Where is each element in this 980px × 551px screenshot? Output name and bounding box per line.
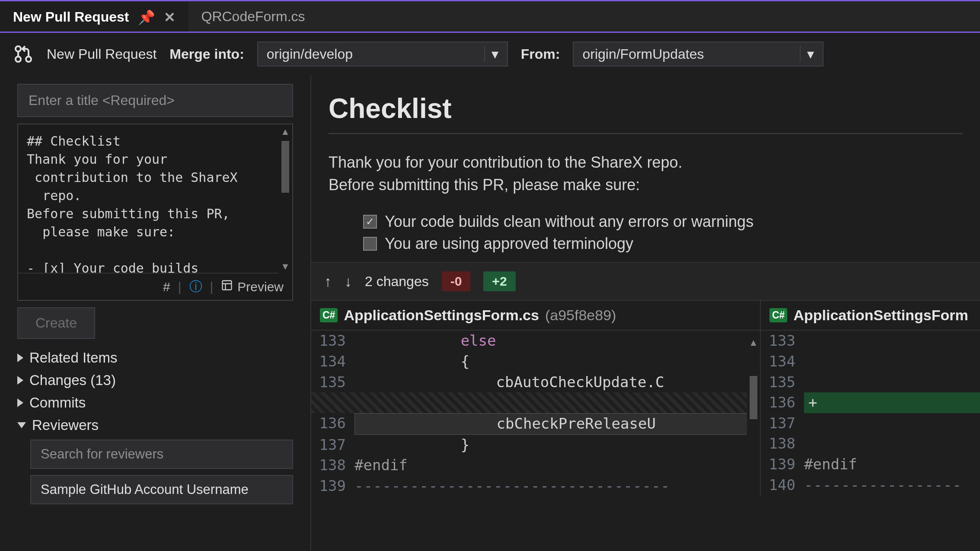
diff-right-column: C# ApplicationSettingsForm 133134135136+… [761, 301, 980, 496]
line-number: 135 [761, 372, 804, 393]
tree-label: Changes (13) [29, 372, 116, 389]
tree-changes[interactable]: Changes (13) [17, 372, 293, 389]
code-line[interactable]: 138#endif [311, 455, 760, 476]
preview-region: Checklist Thank you for your contributio… [311, 75, 980, 262]
file-header-right: C# ApplicationSettingsForm [761, 301, 980, 331]
svg-rect-3 [223, 281, 232, 290]
reviewer-item[interactable]: Sample GitHub Account Username [30, 475, 293, 504]
checkbox-icon[interactable]: ✓ [363, 215, 377, 229]
check-item: ✓ Your code builds clean without any err… [363, 209, 963, 234]
line-number: 134 [311, 351, 354, 372]
chevron-right-icon [17, 354, 23, 362]
code-line[interactable]: 139---------------------------------- [311, 476, 760, 497]
code-line[interactable]: 138 [761, 433, 980, 454]
code-line[interactable]: 140----------------- [761, 475, 980, 496]
line-content: { [354, 351, 760, 372]
code-line[interactable]: 137 [761, 413, 980, 434]
scrollbar[interactable]: ▲ [747, 335, 760, 496]
create-button[interactable]: Create [17, 307, 95, 339]
tree-reviewers[interactable]: Reviewers [17, 417, 293, 433]
code-line[interactable]: 134 { [311, 351, 760, 372]
title-input[interactable]: Enter a title <Required> [17, 84, 293, 117]
line-number: 137 [311, 435, 354, 455]
pin-icon[interactable]: 📌 [138, 9, 155, 25]
file-name: ApplicationSettingsForm [793, 307, 968, 324]
svg-point-1 [16, 57, 21, 62]
tree-label: Reviewers [32, 417, 99, 433]
line-content: + [804, 392, 980, 413]
description-footer: # | ⓘ | Preview [18, 273, 292, 300]
code-line[interactable]: 133 else [311, 331, 760, 351]
scroll-thumb[interactable] [281, 141, 289, 193]
chevron-down-icon: ▾ [484, 46, 498, 62]
preview-toggle[interactable]: Preview [221, 279, 284, 294]
chevron-right-icon [17, 376, 23, 385]
svg-point-0 [16, 46, 21, 51]
code-right[interactable]: 133134135136+137138139#endif140---------… [761, 331, 980, 495]
from-select[interactable]: origin/FormUpdates ▾ [573, 41, 824, 67]
tab-label: New Pull Request [13, 9, 129, 25]
info-icon[interactable]: ⓘ [189, 278, 202, 296]
from-label: From: [521, 46, 560, 62]
line-number: 140 [761, 475, 804, 496]
scrollbar[interactable]: ▲ ▼ [278, 124, 292, 274]
code-line[interactable]: 139#endif [761, 454, 980, 475]
preview-icon [221, 279, 233, 294]
line-number: 137 [761, 413, 804, 434]
scroll-up-icon[interactable]: ▲ [747, 335, 760, 350]
code-line[interactable]: 133 [761, 331, 980, 351]
merge-into-value: origin/develop [267, 46, 353, 62]
line-content: ----------------- [804, 475, 980, 496]
line-content: else [354, 331, 760, 351]
scroll-up-icon[interactable]: ▲ [281, 124, 290, 139]
file-sha: (a95f8e89) [545, 307, 616, 324]
tab-new-pull-request[interactable]: New Pull Request 📌 ✕ [0, 1, 188, 32]
description-textarea[interactable]: ## Checklist Thank you for your contribu… [18, 124, 292, 273]
pull-request-icon [13, 44, 34, 64]
code-line[interactable]: 134 [761, 351, 980, 372]
from-value: origin/FormUpdates [582, 46, 704, 62]
close-icon[interactable]: ✕ [164, 9, 176, 25]
deletions-badge: -0 [442, 271, 471, 291]
preview-heading: Checklist [329, 92, 963, 124]
checkbox-icon[interactable] [363, 237, 377, 251]
code-line[interactable]: 136+ [761, 392, 980, 413]
tab-qrcodeform[interactable]: QRCodeForm.cs [188, 1, 318, 32]
line-number: 136 [761, 392, 804, 413]
scroll-thumb[interactable] [750, 376, 757, 419]
changes-count: 2 changes [365, 274, 429, 290]
tree: Related Items Changes (13) Commits Revie… [17, 350, 293, 504]
left-pane: Enter a title <Required> ## Checklist Th… [0, 75, 311, 551]
preview-checklist: ✓ Your code builds clean without any err… [329, 209, 963, 253]
code-left[interactable]: 133 else134 {135 cbAutoCheckUpdate.C136 … [311, 331, 760, 496]
prev-change-icon[interactable]: ↑ [324, 273, 332, 290]
line-number: 138 [311, 455, 354, 476]
tree-related-items[interactable]: Related Items [17, 350, 293, 366]
merge-into-select[interactable]: origin/develop ▾ [257, 41, 508, 67]
pr-header: New Pull Request Merge into: origin/deve… [0, 33, 980, 75]
tree-commits[interactable]: Commits [17, 395, 293, 411]
tree-label: Commits [29, 395, 86, 411]
scroll-down-icon[interactable]: ▼ [281, 259, 290, 274]
line-content [804, 433, 980, 454]
code-line[interactable]: 135 [761, 372, 980, 393]
line-number: 133 [761, 331, 804, 351]
line-content: #endif [804, 454, 980, 475]
hash-icon[interactable]: # [163, 280, 170, 294]
line-number: 139 [761, 454, 804, 475]
code-line[interactable]: 136 cbCheckPreReleaseU [311, 413, 760, 435]
line-number: 135 [311, 372, 354, 393]
code-line[interactable]: 137 } [311, 435, 760, 455]
next-change-icon[interactable]: ↓ [345, 273, 352, 290]
line-number: 133 [311, 331, 354, 351]
line-content [804, 331, 980, 351]
reviewer-search-input[interactable]: Search for reviewers [30, 440, 293, 469]
line-content: } [354, 435, 760, 455]
code-line[interactable]: 135 cbAutoCheckUpdate.C [311, 372, 760, 393]
diff-left-column: C# ApplicationSettingsForm.cs (a95f8e89)… [311, 301, 761, 496]
line-content: cbAutoCheckUpdate.C [354, 372, 760, 393]
file-name: ApplicationSettingsForm.cs [344, 307, 539, 324]
csharp-icon: C# [769, 308, 787, 322]
right-pane: Checklist Thank you for your contributio… [311, 75, 980, 551]
chevron-down-icon [17, 422, 26, 428]
